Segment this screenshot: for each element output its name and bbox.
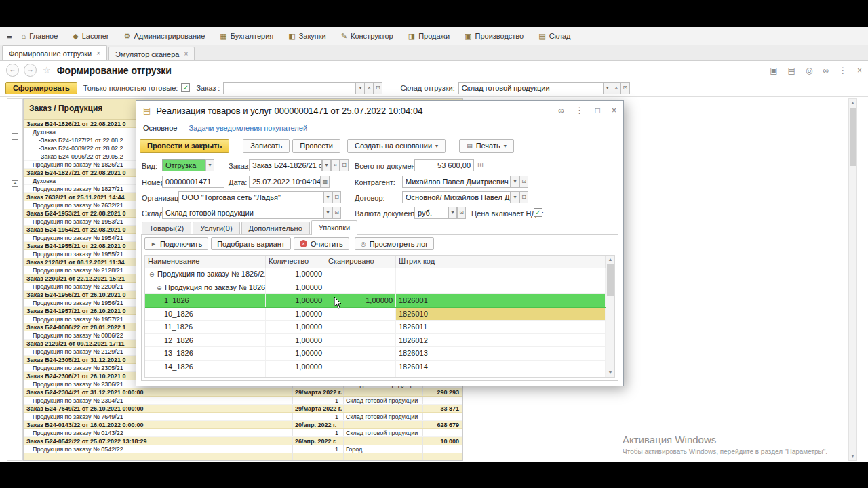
order-field[interactable]: Заказ Б24-1826/21 от 22.0 [249,159,322,171]
counterparty-field[interactable]: Михайлов Павел Дмитриевич [402,176,511,188]
more-icon[interactable]: ⋮ [576,106,584,115]
tab[interactable]: Формирование отгрузки× [2,45,107,60]
pack-row[interactable]: 2_18261,000001826002 [145,373,606,377]
clear-button[interactable]: × Очистить [294,237,349,250]
chevron-down-icon[interactable]: ▾ [511,191,519,203]
menu-item-warehouse[interactable]: ▤Склад [538,32,570,41]
chevron-down-icon[interactable]: ▾ [323,191,332,203]
pack-row[interactable]: 10_18261,000001826010 [145,308,606,321]
nav-main-link[interactable]: Основное [143,124,177,132]
column-scanned[interactable]: Сканировано [326,256,396,268]
clear-icon[interactable]: × [612,82,621,94]
packages-scrollbar[interactable]: ▲ ▼ [606,256,614,377]
scroll-down-icon[interactable]: ▼ [849,452,856,460]
pack-row[interactable]: ⊖Продукция по заказу № 1826...1,00000 [145,281,606,295]
tab-services[interactable]: Услуги(0) [193,222,239,235]
pick-variant-button[interactable]: Подобрать вариант [211,237,291,250]
menu-item-purchases[interactable]: ◧Закупки [288,32,326,41]
date-field[interactable]: 25.07.2022 10:04:04 [249,176,321,188]
copy-icon[interactable]: ⊞ [477,161,484,169]
menu-item-main[interactable]: ⌂Главное [22,32,58,40]
maximize-icon[interactable]: □ [595,106,600,115]
save-icon[interactable]: ▣ [770,66,777,75]
chevron-down-icon[interactable]: ▾ [322,159,331,171]
close-icon[interactable]: × [857,66,862,75]
choose-icon[interactable]: ⊡ [621,82,630,94]
pack-row[interactable]: ⊖Продукция по заказу № 1826/211,00000 [145,268,606,281]
calendar-icon[interactable]: ▦ [321,176,330,188]
choose-icon[interactable]: ⊡ [332,191,341,203]
pack-row[interactable]: 11_18261,000001826011 [145,321,606,334]
orders-row[interactable]: Продукция по заказу № 0143/221Склад гото… [24,429,462,437]
contract-field[interactable]: Основной/ Михайлов Павел Дмитриевич [402,191,511,203]
link-icon[interactable]: ∞ [823,66,829,75]
orders-scrollbar[interactable]: ▲ ▼ [848,98,857,461]
write-button[interactable]: Записать [243,139,290,153]
scrollbar-thumb[interactable] [850,108,856,166]
collapse-icon[interactable]: ⊖ [149,268,157,281]
choose-icon[interactable]: ⊡ [332,207,341,219]
menu-item-constructor[interactable]: ✎Конструктор [341,32,393,41]
close-icon[interactable]: × [184,50,188,58]
total-field[interactable]: 53 600,00 [414,159,474,171]
column-barcode[interactable]: Штрих код [396,256,606,268]
menu-item-administration[interactable]: ⚙Администрирование [124,32,205,41]
scrollbar-thumb[interactable] [607,264,614,296]
close-icon[interactable]: × [96,49,100,57]
pack-row[interactable]: 1_18261,000001,000001826001 [145,294,606,308]
menu-item-sales[interactable]: ◨Продажи [408,32,450,41]
close-icon[interactable]: × [612,106,616,115]
vat-checkbox[interactable]: ✓ [534,208,542,217]
column-name[interactable]: Наименование [145,256,266,268]
organization-field[interactable]: ООО "Торговая сеть "Ладья" [178,191,323,203]
warehouse-filter-input[interactable]: Склад готовой продукции [458,82,604,94]
orders-row[interactable]: Заказ Б24-2304/21 от 31.12.2021 0:00:002… [24,388,462,396]
link-icon[interactable]: ∞ [558,106,564,115]
number-field[interactable]: 00000001471 [162,176,224,188]
chevron-down-icon[interactable]: ▾ [205,159,214,171]
scroll-down-icon[interactable]: ▼ [606,369,614,377]
menu-item-accounting[interactable]: ▦Бухгалтерия [220,32,273,41]
column-quantity[interactable]: Количество [266,256,326,268]
post-and-close-button[interactable]: Провести и закрыть [140,139,229,153]
generate-button[interactable]: Сформировать [5,82,77,94]
pack-row[interactable]: 14_18261,000001826014 [145,361,606,374]
orders-row[interactable]: Заказ Б24-0542/22 от 25.07.2022 13:18:29… [24,437,462,445]
nav-tasks-link[interactable]: Задачи уведомления покупателей [189,124,307,132]
post-button[interactable]: Провести [292,139,340,153]
scroll-up-icon[interactable]: ▲ [849,99,856,107]
print-button[interactable]: ▤ Печать ▾ [459,139,514,153]
menu-item-production[interactable]: ▣Производство [465,32,524,41]
clear-icon[interactable]: × [331,159,340,171]
chevron-down-icon[interactable]: ▾ [323,207,332,219]
collapse-icon[interactable]: ⊖ [157,282,165,294]
hamburger-icon[interactable]: ≡ [7,31,12,41]
orders-row[interactable]: Заказ Б24-0143/22 от 16.01.2022 0:00:002… [24,421,462,429]
menu-item-laconer[interactable]: ◆Laconer [73,32,108,41]
only-ready-checkbox[interactable]: ✓ [181,83,190,92]
order-filter-input[interactable] [223,82,356,94]
warehouse-field[interactable]: Склад готовой продукции [162,207,323,219]
view-log-button[interactable]: ◎ Просмотреть лог [355,237,434,250]
choose-icon[interactable]: ⊡ [457,207,466,219]
chevron-down-icon[interactable]: ▾ [448,207,457,219]
tab-goods[interactable]: Товары(2) [142,222,191,235]
favorite-star-icon[interactable]: ☆ [43,65,51,75]
print-icon[interactable]: ▤ [788,66,795,75]
tab-packages[interactable]: Упаковки [311,220,357,235]
tab-additional[interactable]: Дополнительно [241,222,310,235]
search-icon[interactable]: ◎ [806,66,812,75]
orders-row[interactable]: Продукция по заказу № 7649/211Склад гото… [24,413,462,421]
orders-row[interactable]: Продукция по заказу № 0542/221Город [24,445,462,453]
forward-button[interactable]: → [24,64,37,77]
currency-field[interactable]: руб. [414,207,448,219]
pack-row[interactable]: 12_18261,000001826012 [145,334,606,348]
clear-icon[interactable]: × [365,82,374,94]
choose-icon[interactable]: ⊡ [519,176,528,188]
collapse-icon[interactable]: − [12,133,18,140]
kind-select[interactable]: Отгрузка [162,159,205,171]
choose-icon[interactable]: ⊡ [340,159,349,171]
chevron-down-icon[interactable]: ▾ [511,176,519,188]
create-based-on-button[interactable]: Создать на основании ▾ [347,139,446,153]
back-button[interactable]: ← [6,64,19,77]
